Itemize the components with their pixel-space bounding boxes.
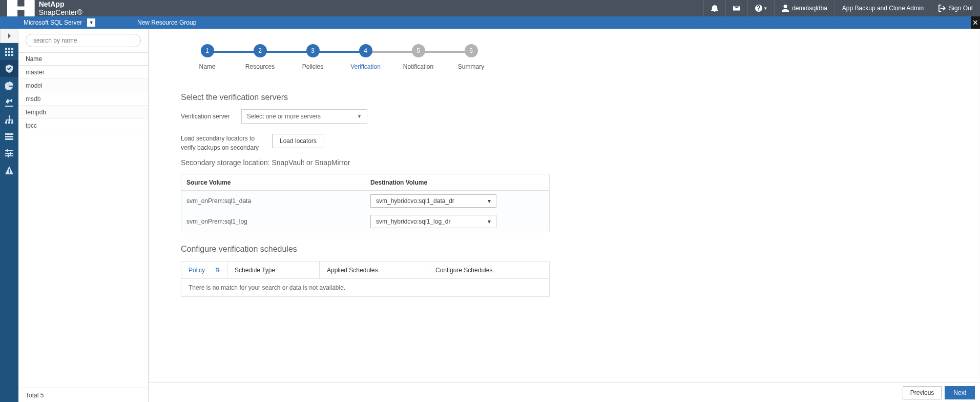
col-schedule-type[interactable]: Schedule Type <box>227 262 320 278</box>
list-footer-total: Total 5 <box>18 388 148 402</box>
list-item[interactable]: model <box>18 79 148 92</box>
nav-hosts[interactable] <box>0 111 18 128</box>
rail-expand-button[interactable] <box>0 29 18 43</box>
notifications-button[interactable] <box>703 0 725 16</box>
nav-monitor[interactable] <box>0 77 18 94</box>
source-volume-cell: svm_onPrem:sql1_data <box>181 197 365 205</box>
list-header-name[interactable]: Name <box>18 52 148 66</box>
grid-icon <box>5 48 13 56</box>
nav-reports[interactable] <box>0 94 18 111</box>
role-label[interactable]: App Backup and Clone Admin <box>835 0 931 16</box>
step-policies[interactable]: 3Policies <box>286 44 339 70</box>
nav-settings[interactable] <box>0 145 18 162</box>
verification-server-select[interactable]: Select one or more servers▼ <box>241 109 367 124</box>
nav-storage[interactable] <box>0 128 18 145</box>
chart-icon <box>5 98 13 107</box>
signout-button[interactable]: Sign Out <box>931 0 980 16</box>
previous-button[interactable]: Previous <box>903 386 942 399</box>
messages-button[interactable] <box>725 0 747 16</box>
top-bar: NetApp SnapCenter® demo\sqldba App Backu… <box>0 0 980 16</box>
page-title: New Resource Group <box>130 19 196 26</box>
alert-icon <box>5 166 13 174</box>
col-source-volume: Source Volume <box>181 179 365 186</box>
db-type-dropdown[interactable]: ▼ <box>87 18 95 27</box>
mail-icon <box>733 5 740 12</box>
section-verification-servers-title: Select the verification servers <box>181 93 550 102</box>
signout-icon <box>939 5 946 12</box>
chevron-right-icon <box>7 33 12 38</box>
chevron-down-icon: ▾ <box>488 218 491 225</box>
resource-list-panel: Name master model msdb tempdb tpcc Total… <box>18 29 149 402</box>
step-name[interactable]: 1Name <box>181 44 234 70</box>
load-locators-label: Load secondary locators to verify backup… <box>181 134 263 152</box>
sliders-icon <box>5 149 13 157</box>
source-volume-cell: svm_onPrem:sql1_log <box>181 218 365 225</box>
col-destination-volume: Destination Volume <box>365 179 549 186</box>
bell-icon <box>711 5 718 12</box>
user-icon <box>782 5 789 12</box>
shield-icon <box>5 65 13 73</box>
nav-dashboard[interactable] <box>0 43 18 60</box>
user-name: demo\sqldba <box>792 5 827 12</box>
hosts-icon <box>5 115 13 124</box>
step-verification[interactable]: 4Verification <box>339 44 392 70</box>
wizard-footer: Previous Next <box>149 383 980 402</box>
help-button[interactable] <box>747 0 774 16</box>
storage-icon <box>5 132 13 140</box>
destination-volume-select[interactable]: svm_hybridcvo:sql1_log_dr▾ <box>370 215 496 228</box>
nav-resources[interactable] <box>0 60 18 77</box>
sort-icon: ⇅ <box>215 267 220 273</box>
step-notification[interactable]: 5Notification <box>392 44 445 70</box>
step-resources[interactable]: 2Resources <box>234 44 286 70</box>
list-item[interactable]: tpcc <box>18 119 148 132</box>
list-item[interactable]: master <box>18 66 148 79</box>
col-applied-schedules[interactable]: Applied Schedules <box>320 262 428 278</box>
destination-volume-select[interactable]: svm_hybridcvo:sql1_data_dr▾ <box>370 194 496 208</box>
chevron-down-icon: ▼ <box>357 114 362 119</box>
storage-row: svm_onPrem:sql1_data svm_hybridcvo:sql1_… <box>181 191 549 211</box>
close-wizard-button[interactable]: ✕ <box>971 16 980 29</box>
pie-icon <box>5 82 13 90</box>
storage-table: Source Volume Destination Volume svm_onP… <box>181 174 550 232</box>
secondary-storage-title: Secondary storage location: SnapVault or… <box>181 158 550 167</box>
help-icon <box>755 5 762 12</box>
load-locators-button[interactable]: Load locators <box>272 134 324 148</box>
step-summary[interactable]: 6Summary <box>445 44 497 70</box>
configure-schedules-title: Configure verification schedules <box>181 245 550 254</box>
list-item[interactable]: msdb <box>18 92 148 106</box>
storage-row: svm_onPrem:sql1_log svm_hybridcvo:sql1_l… <box>181 211 549 232</box>
wizard-stepper: 1Name 2Resources 3Policies 4Verification… <box>181 30 948 81</box>
schedule-empty-message: There is no match for your search or dat… <box>181 279 549 296</box>
nav-alerts[interactable] <box>0 162 18 178</box>
col-configure-schedules[interactable]: Configure Schedules <box>428 262 549 278</box>
col-policy[interactable]: Policy⇅ <box>181 262 227 278</box>
brand-company: NetApp <box>39 0 65 8</box>
verification-server-label: Verification server <box>181 113 232 120</box>
chevron-down-icon: ▾ <box>488 197 491 205</box>
schedule-table: Policy⇅ Schedule Type Applied Schedules … <box>181 261 550 297</box>
brand-product: SnapCenter® <box>39 8 82 16</box>
search-input[interactable] <box>26 34 141 47</box>
main-content: 1Name 2Resources 3Policies 4Verification… <box>149 29 980 402</box>
user-menu[interactable]: demo\sqldba <box>774 0 835 16</box>
nav-rail <box>0 29 18 402</box>
list-item[interactable]: tempdb <box>18 106 148 119</box>
next-button[interactable]: Next <box>945 386 975 399</box>
db-type-label: Microsoft SQL Server <box>24 19 82 26</box>
sub-bar: Microsoft SQL Server ▼ New Resource Grou… <box>0 16 980 29</box>
